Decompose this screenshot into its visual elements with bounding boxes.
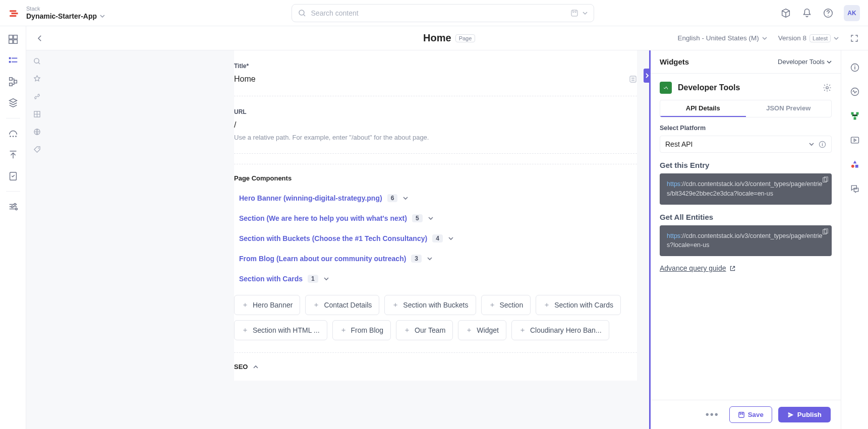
save-icon: [738, 411, 745, 418]
star-icon[interactable]: [33, 75, 41, 83]
chevron-down-icon[interactable]: [428, 215, 434, 221]
entries-icon[interactable]: [7, 54, 19, 67]
all-entries-url-code: https://cdn.contentstack.io/v3/content_t…: [660, 225, 832, 257]
publish-button[interactable]: Publish: [778, 407, 831, 422]
add-component-chip[interactable]: ＋Hero Banner: [234, 295, 300, 315]
info-icon[interactable]: [819, 141, 826, 148]
page-components-label: Page Components: [234, 164, 637, 182]
save-button[interactable]: Save: [729, 406, 772, 423]
back-button[interactable]: [35, 34, 44, 43]
bell-icon[interactable]: [801, 8, 813, 19]
add-component-chip[interactable]: ＋Section with HTML ...: [234, 320, 327, 340]
add-component-grid: ＋Hero Banner＋Contact Details＋Section wit…: [234, 291, 637, 352]
plus-icon: ＋: [489, 300, 496, 310]
activity-icon[interactable]: [850, 87, 860, 97]
search-input[interactable]: [311, 9, 565, 17]
dashboard-icon[interactable]: [7, 33, 19, 45]
branches-icon[interactable]: [850, 111, 860, 121]
url-value[interactable]: /: [234, 120, 637, 130]
tag-icon[interactable]: [33, 146, 41, 153]
copy-icon[interactable]: [822, 176, 829, 183]
stack-label: Stack: [26, 6, 105, 12]
component-name: Hero Banner (winning-digital-strategy.pn…: [239, 194, 382, 202]
tasks-icon[interactable]: [7, 170, 19, 182]
globe-icon[interactable]: [33, 128, 41, 136]
svg-rect-8: [12, 58, 17, 59]
component-row[interactable]: Section (We are here to help you with wh…: [234, 210, 637, 230]
svg-rect-27: [631, 80, 634, 81]
chevron-down-icon[interactable]: [448, 235, 454, 241]
publish-icon[interactable]: [7, 149, 19, 161]
add-component-chip[interactable]: ＋Section with Buckets: [384, 295, 476, 315]
component-row[interactable]: Hero Banner (winning-digital-strategy.pn…: [234, 190, 637, 210]
copy-icon[interactable]: [822, 228, 829, 235]
chevron-down-icon: [762, 36, 767, 41]
add-component-chip[interactable]: ＋Our Team: [396, 320, 453, 340]
svg-rect-3: [9, 35, 12, 39]
logo-icon: [8, 6, 21, 19]
stack-name[interactable]: Dynamic-Starter-App: [26, 12, 105, 21]
svg-rect-25: [630, 76, 636, 82]
search-icon[interactable]: [33, 57, 41, 65]
cube-icon[interactable]: [780, 8, 791, 19]
widgets-title: Widgets: [660, 57, 689, 66]
grid-icon[interactable]: [33, 110, 41, 118]
locale-selector[interactable]: English - United States (M): [677, 34, 767, 42]
chevron-down-icon[interactable]: [323, 276, 329, 282]
search-bar[interactable]: [292, 4, 594, 22]
help-icon[interactable]: [823, 8, 834, 19]
add-component-chip[interactable]: ＋From Blog: [332, 320, 391, 340]
automate-icon[interactable]: [7, 128, 19, 140]
latest-badge: Latest: [809, 34, 831, 42]
widgets-dropdown[interactable]: Developer Tools: [778, 58, 832, 66]
add-component-chip[interactable]: ＋Section with Cards: [536, 295, 621, 315]
content-models-icon[interactable]: [7, 76, 19, 88]
component-row[interactable]: Section with Buckets (Choose the #1 Tech…: [234, 230, 637, 251]
reference-icon[interactable]: [629, 75, 637, 83]
svg-rect-13: [14, 80, 17, 83]
more-button[interactable]: •••: [702, 407, 723, 422]
settings-icon[interactable]: [7, 201, 19, 213]
url-field: URL / Use a relative path. For example, …: [234, 96, 637, 154]
add-component-chip[interactable]: ＋Cloudinary Hero Ban...: [511, 320, 609, 340]
platform-select[interactable]: Rest API: [660, 136, 832, 153]
plus-icon: ＋: [403, 326, 411, 335]
count-badge: 4: [432, 234, 443, 242]
url-hint: Use a relative path. For example, enter …: [234, 134, 637, 141]
component-row[interactable]: From Blog (Learn about our community out…: [234, 251, 637, 271]
get-entry-heading: Get this Entry: [660, 161, 832, 169]
info-icon[interactable]: [850, 63, 860, 73]
seo-section[interactable]: SEO: [234, 352, 637, 381]
plus-icon: ＋: [519, 326, 526, 335]
avatar[interactable]: AK: [844, 5, 860, 21]
version-selector[interactable]: Version 8 Latest: [778, 34, 839, 42]
save-shortcut-icon: [570, 9, 578, 17]
preview-icon[interactable]: [850, 135, 860, 145]
chevron-down-icon: [808, 141, 815, 147]
component-row[interactable]: Section with Cards1: [234, 271, 637, 291]
add-component-chip[interactable]: ＋Section: [481, 295, 531, 315]
add-component-chip[interactable]: ＋Contact Details: [305, 295, 379, 315]
chevron-down-icon: [827, 59, 832, 65]
publish-icon: [787, 411, 794, 418]
gear-icon[interactable]: [823, 83, 832, 92]
chevron-down-icon[interactable]: [402, 195, 409, 201]
page-title: Home Page: [423, 32, 475, 44]
link-icon[interactable]: [33, 93, 41, 100]
advance-query-link[interactable]: Advance query guide: [660, 264, 832, 272]
tab-api-details[interactable]: API Details: [660, 100, 746, 117]
collapse-panel-icon[interactable]: [644, 69, 651, 83]
fullscreen-icon[interactable]: [850, 34, 859, 43]
svg-rect-41: [851, 137, 858, 143]
assets-icon[interactable]: [7, 97, 19, 109]
title-input[interactable]: [234, 75, 629, 84]
count-badge: 5: [412, 214, 423, 222]
svg-point-24: [38, 148, 39, 149]
chevron-down-icon[interactable]: [427, 256, 433, 262]
shapes-icon[interactable]: [850, 159, 860, 169]
content-header: Home Page English - United States (M) Ve…: [26, 26, 868, 50]
component-name: Section with Cards: [239, 275, 303, 283]
comments-icon[interactable]: [850, 183, 860, 194]
add-component-chip[interactable]: ＋Widget: [458, 320, 506, 340]
tab-json-preview[interactable]: JSON Preview: [746, 100, 832, 117]
